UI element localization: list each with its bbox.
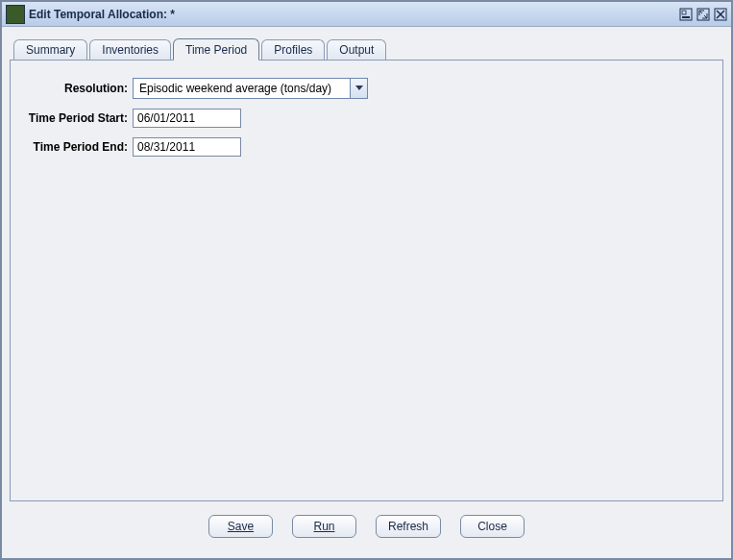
maximize-icon[interactable] [696, 8, 710, 21]
close-icon[interactable] [714, 8, 727, 21]
button-row: Save Run Refresh Close [10, 501, 723, 542]
refresh-button[interactable]: Refresh [376, 515, 441, 538]
start-label: Time Period Start: [24, 111, 133, 125]
row-start: Time Period Start: [24, 109, 709, 128]
end-label: Time Period End: [24, 140, 133, 154]
window-controls [679, 8, 727, 21]
close-button[interactable]: Close [460, 515, 525, 538]
tab-time-period[interactable]: Time Period [173, 38, 259, 61]
dropdown-button[interactable] [350, 79, 367, 98]
titlebar: Edit Temporal Allocation: * [2, 2, 731, 27]
run-button[interactable]: Run [292, 515, 356, 538]
app-icon [6, 5, 25, 24]
tab-summary[interactable]: Summary [13, 39, 87, 60]
resolution-value: Episodic weekend average (tons/day) [134, 79, 350, 98]
window-title: Edit Temporal Allocation: * [29, 8, 679, 21]
content-area: Summary Inventories Time Period Profiles… [2, 27, 731, 558]
svg-rect-1 [682, 16, 690, 18]
chevron-down-icon [355, 85, 363, 91]
start-input[interactable] [133, 109, 241, 128]
resolution-label: Resolution: [24, 82, 133, 95]
svg-marker-5 [355, 85, 363, 90]
tab-inventories[interactable]: Inventories [89, 39, 171, 60]
tab-output[interactable]: Output [327, 39, 386, 60]
svg-rect-2 [682, 11, 686, 14]
tab-profiles[interactable]: Profiles [261, 39, 325, 60]
window-frame: Edit Temporal Allocation: * Summary Inve… [0, 0, 733, 560]
row-resolution: Resolution: Episodic weekend average (to… [24, 78, 709, 99]
end-input[interactable] [133, 137, 241, 157]
minimize-icon[interactable] [679, 8, 693, 21]
row-end: Time Period End: [24, 137, 709, 157]
tab-panel-time-period: Resolution: Episodic weekend average (to… [10, 60, 723, 501]
save-button[interactable]: Save [208, 515, 273, 538]
resolution-select[interactable]: Episodic weekend average (tons/day) [133, 78, 368, 99]
tabs-row: Summary Inventories Time Period Profiles… [13, 38, 723, 60]
